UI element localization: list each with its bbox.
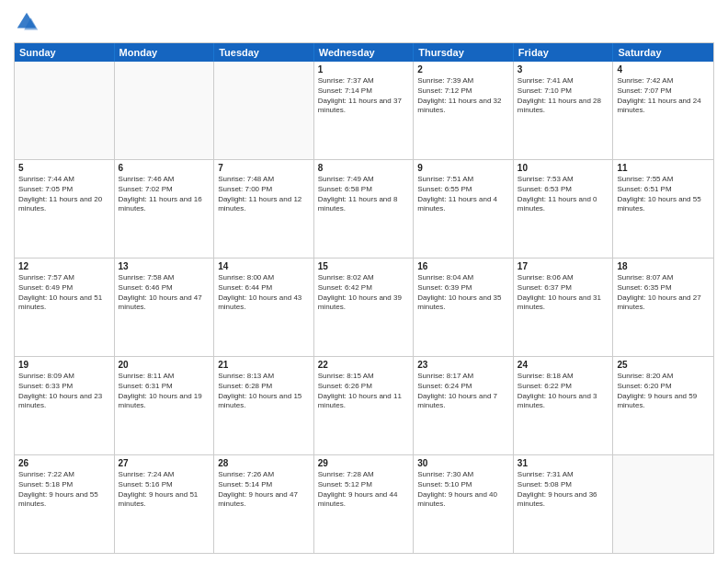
day-cell-29: 29Sunrise: 7:28 AM Sunset: 5:12 PM Dayli… xyxy=(314,455,415,553)
cell-info: Sunrise: 7:57 AM Sunset: 6:49 PM Dayligh… xyxy=(18,273,110,313)
cell-info: Sunrise: 7:48 AM Sunset: 7:00 PM Dayligh… xyxy=(218,175,310,214)
day-number: 23 xyxy=(417,360,509,370)
calendar-row-3: 19Sunrise: 8:09 AM Sunset: 6:33 PM Dayli… xyxy=(15,357,713,455)
day-number: 27 xyxy=(119,458,210,468)
day-number: 2 xyxy=(417,64,509,75)
day-cell-19: 19Sunrise: 8:09 AM Sunset: 6:33 PM Dayli… xyxy=(15,357,115,454)
weekday-header-thursday: Thursday xyxy=(414,43,514,62)
weekday-header-friday: Friday xyxy=(514,43,614,62)
cell-info: Sunrise: 8:15 AM Sunset: 6:26 PM Dayligh… xyxy=(318,372,410,411)
cell-info: Sunrise: 7:51 AM Sunset: 6:55 PM Dayligh… xyxy=(417,175,509,214)
day-number: 4 xyxy=(617,64,710,75)
day-cell-8: 8Sunrise: 7:49 AM Sunset: 6:58 PM Daylig… xyxy=(314,160,415,258)
day-cell-12: 12Sunrise: 7:57 AM Sunset: 6:49 PM Dayli… xyxy=(15,259,115,356)
page: SundayMondayTuesdayWednesdayThursdayFrid… xyxy=(0,0,728,563)
day-number: 31 xyxy=(518,458,609,468)
cell-info: Sunrise: 7:30 AM Sunset: 5:10 PM Dayligh… xyxy=(417,470,509,510)
cell-info: Sunrise: 8:02 AM Sunset: 6:42 PM Dayligh… xyxy=(318,273,410,313)
calendar: SundayMondayTuesdayWednesdayThursdayFrid… xyxy=(14,42,714,554)
calendar-header: SundayMondayTuesdayWednesdayThursdayFrid… xyxy=(15,43,713,62)
cell-info: Sunrise: 7:55 AM Sunset: 6:51 PM Dayligh… xyxy=(617,175,710,214)
calendar-body: 1Sunrise: 7:37 AM Sunset: 7:14 PM Daylig… xyxy=(15,62,713,553)
weekday-header-sunday: Sunday xyxy=(15,43,115,62)
day-cell-26: 26Sunrise: 7:22 AM Sunset: 5:18 PM Dayli… xyxy=(15,455,115,553)
cell-info: Sunrise: 7:37 AM Sunset: 7:14 PM Dayligh… xyxy=(318,76,410,116)
calendar-row-0: 1Sunrise: 7:37 AM Sunset: 7:14 PM Daylig… xyxy=(15,62,713,160)
logo-icon xyxy=(14,9,40,35)
day-cell-14: 14Sunrise: 8:00 AM Sunset: 6:44 PM Dayli… xyxy=(214,259,314,356)
day-number: 30 xyxy=(417,458,509,468)
day-cell-23: 23Sunrise: 8:17 AM Sunset: 6:24 PM Dayli… xyxy=(414,357,514,454)
day-number: 11 xyxy=(617,163,710,173)
weekday-header-saturday: Saturday xyxy=(613,43,713,62)
calendar-row-4: 26Sunrise: 7:22 AM Sunset: 5:18 PM Dayli… xyxy=(15,455,713,553)
day-cell-7: 7Sunrise: 7:48 AM Sunset: 7:00 PM Daylig… xyxy=(214,160,314,258)
day-cell-1: 1Sunrise: 7:37 AM Sunset: 7:14 PM Daylig… xyxy=(314,62,415,159)
cell-info: Sunrise: 7:28 AM Sunset: 5:12 PM Dayligh… xyxy=(318,470,410,510)
cell-info: Sunrise: 7:46 AM Sunset: 7:02 PM Dayligh… xyxy=(119,175,210,214)
cell-info: Sunrise: 7:31 AM Sunset: 5:08 PM Dayligh… xyxy=(518,470,609,510)
day-number: 15 xyxy=(318,261,410,271)
empty-cell xyxy=(115,62,215,159)
cell-info: Sunrise: 7:39 AM Sunset: 7:12 PM Dayligh… xyxy=(417,76,509,116)
day-cell-4: 4Sunrise: 7:42 AM Sunset: 7:07 PM Daylig… xyxy=(613,62,713,159)
day-number: 12 xyxy=(18,261,110,271)
day-cell-17: 17Sunrise: 8:06 AM Sunset: 6:37 PM Dayli… xyxy=(514,259,614,356)
cell-info: Sunrise: 8:09 AM Sunset: 6:33 PM Dayligh… xyxy=(18,372,110,411)
empty-cell xyxy=(15,62,115,159)
cell-info: Sunrise: 8:18 AM Sunset: 6:22 PM Dayligh… xyxy=(518,372,609,411)
day-cell-28: 28Sunrise: 7:26 AM Sunset: 5:14 PM Dayli… xyxy=(214,455,314,553)
day-cell-2: 2Sunrise: 7:39 AM Sunset: 7:12 PM Daylig… xyxy=(414,62,514,159)
day-cell-27: 27Sunrise: 7:24 AM Sunset: 5:16 PM Dayli… xyxy=(115,455,215,553)
cell-info: Sunrise: 8:06 AM Sunset: 6:37 PM Dayligh… xyxy=(518,273,609,313)
day-cell-25: 25Sunrise: 8:20 AM Sunset: 6:20 PM Dayli… xyxy=(613,357,713,454)
day-number: 16 xyxy=(417,261,509,271)
day-number: 17 xyxy=(518,261,609,271)
weekday-header-monday: Monday xyxy=(115,43,215,62)
cell-info: Sunrise: 7:41 AM Sunset: 7:10 PM Dayligh… xyxy=(518,76,609,116)
cell-info: Sunrise: 8:17 AM Sunset: 6:24 PM Dayligh… xyxy=(417,372,509,411)
cell-info: Sunrise: 8:11 AM Sunset: 6:31 PM Dayligh… xyxy=(119,372,210,411)
calendar-row-1: 5Sunrise: 7:44 AM Sunset: 7:05 PM Daylig… xyxy=(15,160,713,259)
empty-cell xyxy=(214,62,314,159)
cell-info: Sunrise: 8:07 AM Sunset: 6:35 PM Dayligh… xyxy=(617,273,710,313)
day-number: 29 xyxy=(318,458,410,468)
day-number: 5 xyxy=(18,163,110,173)
day-number: 13 xyxy=(119,261,210,271)
calendar-row-2: 12Sunrise: 7:57 AM Sunset: 6:49 PM Dayli… xyxy=(15,259,713,357)
day-number: 21 xyxy=(218,360,310,370)
cell-info: Sunrise: 7:49 AM Sunset: 6:58 PM Dayligh… xyxy=(318,175,410,214)
day-cell-10: 10Sunrise: 7:53 AM Sunset: 6:53 PM Dayli… xyxy=(514,160,614,258)
day-cell-13: 13Sunrise: 7:58 AM Sunset: 6:46 PM Dayli… xyxy=(115,259,215,356)
cell-info: Sunrise: 7:26 AM Sunset: 5:14 PM Dayligh… xyxy=(218,470,310,510)
day-cell-16: 16Sunrise: 8:04 AM Sunset: 6:39 PM Dayli… xyxy=(414,259,514,356)
logo xyxy=(14,9,43,35)
day-number: 19 xyxy=(18,360,110,370)
day-cell-22: 22Sunrise: 8:15 AM Sunset: 6:26 PM Dayli… xyxy=(314,357,415,454)
day-cell-5: 5Sunrise: 7:44 AM Sunset: 7:05 PM Daylig… xyxy=(15,160,115,258)
header xyxy=(14,9,714,35)
day-cell-21: 21Sunrise: 8:13 AM Sunset: 6:28 PM Dayli… xyxy=(214,357,314,454)
day-cell-15: 15Sunrise: 8:02 AM Sunset: 6:42 PM Dayli… xyxy=(314,259,415,356)
cell-info: Sunrise: 8:20 AM Sunset: 6:20 PM Dayligh… xyxy=(617,372,710,411)
day-cell-24: 24Sunrise: 8:18 AM Sunset: 6:22 PM Dayli… xyxy=(514,357,614,454)
day-number: 24 xyxy=(518,360,609,370)
cell-info: Sunrise: 8:13 AM Sunset: 6:28 PM Dayligh… xyxy=(218,372,310,411)
day-number: 6 xyxy=(119,163,210,173)
day-cell-20: 20Sunrise: 8:11 AM Sunset: 6:31 PM Dayli… xyxy=(115,357,215,454)
weekday-header-wednesday: Wednesday xyxy=(314,43,415,62)
day-cell-11: 11Sunrise: 7:55 AM Sunset: 6:51 PM Dayli… xyxy=(613,160,713,258)
day-number: 3 xyxy=(518,64,609,75)
day-number: 8 xyxy=(318,163,410,173)
day-number: 25 xyxy=(617,360,710,370)
day-cell-30: 30Sunrise: 7:30 AM Sunset: 5:10 PM Dayli… xyxy=(414,455,514,553)
cell-info: Sunrise: 7:44 AM Sunset: 7:05 PM Dayligh… xyxy=(18,175,110,214)
empty-cell xyxy=(613,455,713,553)
cell-info: Sunrise: 7:58 AM Sunset: 6:46 PM Dayligh… xyxy=(119,273,210,313)
cell-info: Sunrise: 8:04 AM Sunset: 6:39 PM Dayligh… xyxy=(417,273,509,313)
cell-info: Sunrise: 7:42 AM Sunset: 7:07 PM Dayligh… xyxy=(617,76,710,116)
cell-info: Sunrise: 7:24 AM Sunset: 5:16 PM Dayligh… xyxy=(119,470,210,510)
day-cell-6: 6Sunrise: 7:46 AM Sunset: 7:02 PM Daylig… xyxy=(115,160,215,258)
cell-info: Sunrise: 8:00 AM Sunset: 6:44 PM Dayligh… xyxy=(218,273,310,313)
day-cell-3: 3Sunrise: 7:41 AM Sunset: 7:10 PM Daylig… xyxy=(514,62,614,159)
